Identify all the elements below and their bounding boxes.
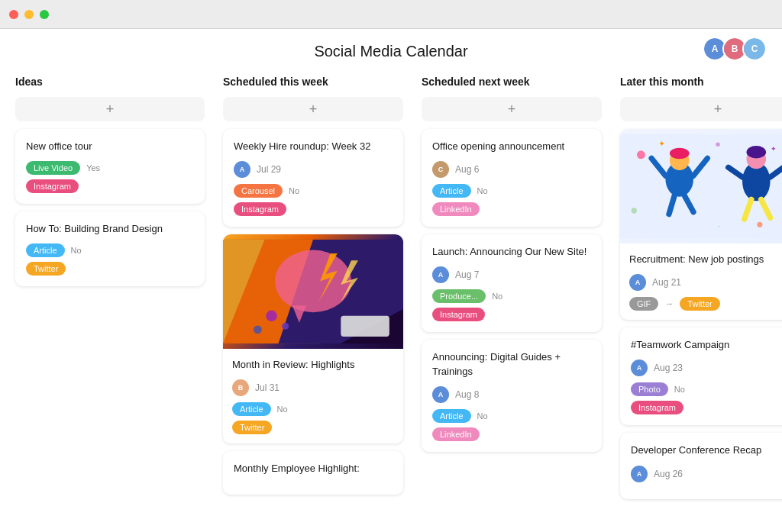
column-header-scheduled-next-week: Scheduled next week — [422, 76, 602, 89]
column-scheduled-this-week: Scheduled this week + Weekly Hire roundu… — [214, 76, 412, 524]
card-tags: Article No — [26, 243, 194, 257]
tag-linkedin[interactable]: LinkedIn — [432, 202, 480, 216]
add-card-button-scheduled-week[interactable]: + — [223, 97, 403, 121]
tag-article[interactable]: Article — [232, 402, 271, 416]
tag-instagram[interactable]: Instagram — [234, 202, 286, 216]
add-card-button-ideas[interactable]: + — [15, 97, 205, 121]
user-avatar: A — [432, 266, 449, 283]
card-meta: A Aug 26 — [631, 466, 782, 482]
card-employee-highlight: Monthly Employee Highlight: — [223, 451, 403, 494]
tag-produce[interactable]: Produce... — [432, 289, 486, 303]
user-avatar: A — [432, 386, 449, 403]
maximize-button[interactable] — [40, 10, 49, 19]
tag-article[interactable]: Article — [26, 243, 65, 257]
tag-instagram[interactable]: Instagram — [432, 308, 485, 321]
svg-point-28 — [746, 146, 766, 158]
close-button[interactable] — [9, 10, 18, 19]
card-tags-2: Twitter — [26, 262, 194, 276]
tag-no: No — [477, 186, 488, 195]
app-window: Social Media Calendar A B C Ideas + New … — [0, 29, 782, 532]
tag-article[interactable]: Article — [432, 184, 471, 198]
tag-carousel[interactable]: Carousel — [234, 184, 283, 198]
card-meta: A Jul 29 — [234, 161, 393, 178]
card-office-opening: Office opening announcement C Aug 6 Arti… — [422, 129, 602, 227]
card-tags: Live Video Yes — [26, 161, 194, 175]
tag-photo[interactable]: Photo — [631, 382, 668, 396]
card-date: Aug 7 — [455, 269, 479, 280]
svg-point-9 — [282, 323, 289, 330]
card-image-review — [223, 234, 403, 349]
column-header-ideas: Ideas — [15, 76, 205, 89]
board: Ideas + New office tour Live Video Yes I… — [0, 68, 782, 532]
tag-twitter[interactable]: Twitter — [232, 421, 272, 434]
tag-twitter[interactable]: Twitter — [26, 262, 66, 276]
card-title: Recruitment: New job postings — [629, 253, 782, 266]
svg-rect-11 — [341, 316, 389, 337]
card-date: Aug 8 — [455, 389, 479, 400]
svg-text:✦: ✦ — [658, 139, 665, 148]
card-brand-design: How To: Building Brand Design Article No… — [15, 211, 205, 286]
card-title: How To: Building Brand Design — [26, 222, 194, 236]
card-date: Jul 29 — [257, 164, 281, 175]
tag-no: No — [71, 246, 82, 255]
card-tags: Produce... No — [432, 289, 591, 303]
column-header-scheduled-week: Scheduled this week — [223, 76, 403, 89]
add-card-button-next-week[interactable]: + — [422, 97, 602, 121]
card-meta: A Aug 21 — [629, 274, 782, 291]
card-title: Weekly Hire roundup: Week 32 — [234, 140, 393, 153]
avatar[interactable]: C — [742, 37, 767, 61]
column-header-later: Later this month — [620, 76, 782, 89]
card-weekly-hire: Weekly Hire roundup: Week 32 A Jul 29 Ca… — [223, 129, 403, 227]
tag-instagram[interactable]: Instagram — [631, 401, 683, 414]
svg-point-8 — [266, 311, 277, 322]
recruitment-svg: ✦ ✦ · — [620, 129, 782, 243]
card-tags: GIF → Twitter — [629, 297, 782, 311]
add-card-button-later[interactable]: + — [620, 97, 782, 121]
card-teamwork: #Teamwork Campaign A Aug 23 Photo No Ins… — [620, 327, 782, 425]
tag-no: No — [674, 385, 685, 394]
tag-linkedin[interactable]: LinkedIn — [432, 427, 480, 441]
card-tags: Carousel No — [234, 184, 393, 198]
user-avatar: A — [629, 274, 646, 291]
card-new-office-tour: New office tour Live Video Yes Instagram — [15, 129, 205, 204]
card-month-review: Month in Review: Highlights B Jul 31 Art… — [223, 234, 403, 443]
tag-twitter[interactable]: Twitter — [680, 297, 719, 311]
tag-gif[interactable]: GIF — [629, 297, 658, 311]
user-avatar: B — [232, 379, 249, 396]
title-bar — [0, 0, 782, 29]
card-tags-2: LinkedIn — [432, 427, 591, 441]
tag-no: No — [289, 186, 299, 195]
card-title: Developer Conference Recap — [631, 443, 782, 457]
header: Social Media Calendar A B C — [0, 29, 782, 68]
tag-yes: Yes — [86, 163, 100, 172]
card-date: Jul 31 — [255, 382, 280, 393]
card-title: Monthly Employee Highlight: — [234, 462, 393, 476]
page-title: Social Media Calendar — [314, 43, 467, 60]
svg-point-17 — [716, 142, 719, 146]
column-scheduled-next-week: Scheduled next week + Office opening ann… — [412, 76, 611, 524]
tag-article[interactable]: Article — [432, 409, 471, 423]
card-digital-guides: Announcing: Digital Guides + Trainings A… — [422, 340, 602, 451]
card-meta: A Aug 7 — [432, 266, 591, 283]
header-avatars: A B C — [703, 37, 767, 61]
card-tags-2: Twitter — [232, 421, 394, 434]
tag-no: No — [477, 411, 488, 421]
card-tags: Article No — [432, 184, 591, 198]
card-tags-2: Instagram — [26, 179, 194, 193]
svg-point-13 — [637, 150, 645, 159]
svg-text:·: · — [718, 222, 720, 230]
user-avatar: A — [631, 466, 648, 482]
minimize-button[interactable] — [24, 10, 34, 19]
card-title: New office tour — [26, 140, 194, 153]
user-avatar: A — [631, 360, 648, 376]
card-date: Aug 21 — [652, 277, 681, 288]
card-title: #Teamwork Campaign — [631, 338, 782, 352]
card-meta: A Aug 8 — [432, 386, 591, 403]
recruitment-illustration: ✦ ✦ · — [620, 129, 782, 243]
card-title: Launch: Announcing Our New Site! — [432, 245, 591, 259]
tag-no: No — [492, 292, 502, 301]
card-meta: C Aug 6 — [432, 161, 591, 178]
tag-live-video[interactable]: Live Video — [26, 161, 80, 175]
tag-instagram[interactable]: Instagram — [26, 179, 79, 193]
card-date: Aug 23 — [654, 363, 683, 373]
